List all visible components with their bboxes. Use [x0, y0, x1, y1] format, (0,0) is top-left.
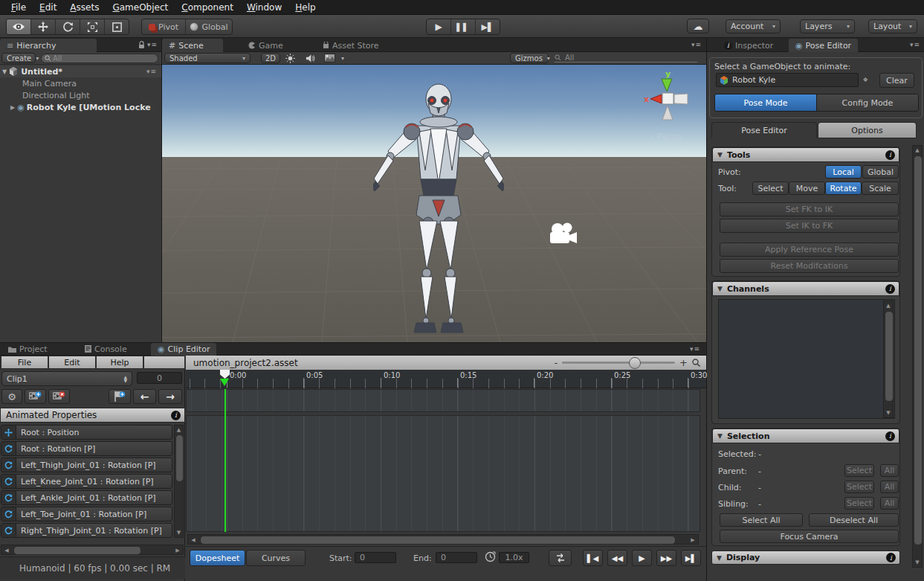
- set-fk-to-ik-button[interactable]: Set FK to IK: [720, 202, 899, 216]
- tab-inspector[interactable]: i Inspector: [717, 39, 780, 52]
- set-ik-to-fk-button[interactable]: Set IK to FK: [720, 219, 899, 233]
- property-row[interactable]: Right_Thigh_Joint_01 : Rotation [P]: [1, 523, 172, 538]
- view-tool-button[interactable]: [7, 19, 31, 34]
- scroll-down-icon[interactable]: ▼: [884, 410, 893, 416]
- property-row[interactable]: Root : Rotation [P]: [1, 441, 172, 456]
- add-clip-button[interactable]: [25, 389, 46, 404]
- shaded-dropdown[interactable]: Shaded▾: [164, 53, 251, 63]
- hierarchy-item-robot-kyle[interactable]: ▶ ◉ Robot Kyle [UMotion Locke: [10, 102, 151, 113]
- settings-button[interactable]: ⚙: [1, 389, 22, 404]
- subtab-pose-editor[interactable]: Pose Editor: [711, 122, 817, 138]
- scene-search[interactable]: [555, 54, 697, 62]
- apply-reference-pose-button[interactable]: Apply Reference Pose: [720, 243, 899, 257]
- foldout-open-icon[interactable]: ▼: [2, 68, 7, 75]
- channels-list[interactable]: ▲ ▼: [718, 299, 895, 419]
- pause-button[interactable]: ▌▌: [451, 19, 476, 34]
- start-field[interactable]: [355, 552, 396, 563]
- tool-move-button[interactable]: Move: [789, 182, 825, 195]
- scrollbar-thumb[interactable]: [200, 536, 676, 545]
- hierarchy-item-main-camera[interactable]: Main Camera: [22, 78, 77, 89]
- playhead-flag[interactable]: [220, 370, 230, 379]
- clear-button[interactable]: Clear: [879, 73, 914, 88]
- select-all-button[interactable]: Select All: [720, 513, 803, 527]
- object-field[interactable]: Robot Kyle: [716, 73, 859, 87]
- selection-header[interactable]: ▼ Selection i: [712, 428, 899, 443]
- scene-search-input[interactable]: [563, 53, 685, 62]
- scrollbar-thumb[interactable]: [13, 546, 141, 555]
- cloud-button[interactable]: ☁: [687, 19, 709, 33]
- step-button[interactable]: ▶▌: [476, 19, 500, 34]
- scene-root-row[interactable]: ▼ Untitled* ▾≡: [0, 65, 161, 77]
- property-row[interactable]: Root : Position: [1, 425, 172, 440]
- collapse-triangle-icon[interactable]: ▼: [717, 432, 723, 440]
- timeline-zoom-slider[interactable]: [562, 362, 675, 364]
- tab-clip-editor[interactable]: ◉ Clip Editor: [151, 343, 216, 356]
- global-toggle-button[interactable]: Global: [186, 19, 232, 34]
- robot-character[interactable]: [373, 83, 504, 341]
- child-select-button[interactable]: Select: [844, 481, 874, 493]
- info-icon[interactable]: i: [886, 553, 896, 562]
- menu-window[interactable]: Window: [240, 1, 288, 14]
- add-key-button[interactable]: [109, 389, 131, 404]
- scrollbar-thumb[interactable]: [914, 155, 923, 545]
- move-tool-button[interactable]: [31, 19, 56, 34]
- property-row[interactable]: Left_Toe_Joint_01 : Rotation [P]: [1, 507, 172, 521]
- speed-field[interactable]: [499, 552, 529, 563]
- 2d-toggle-button[interactable]: 2D: [261, 53, 280, 63]
- object-picker-icon[interactable]: ⌖: [863, 74, 868, 85]
- gizmos-dropdown[interactable]: Gizmos▾: [510, 53, 549, 63]
- delete-clip-button[interactable]: [48, 389, 70, 404]
- create-button[interactable]: Create▾: [1, 53, 36, 63]
- effects-dropdown[interactable]: ▾: [324, 54, 344, 62]
- fast-forward-button[interactable]: ▶▶: [656, 550, 676, 566]
- go-to-start-button[interactable]: ▌◀: [583, 550, 603, 566]
- properties-scrollbar[interactable]: ▲ ▼: [174, 425, 184, 538]
- tab-project[interactable]: Project: [1, 343, 54, 355]
- foldout-closed-icon[interactable]: ▶: [10, 104, 15, 111]
- panel-menu-icon[interactable]: ▾≡: [691, 41, 702, 48]
- clip-menu-edit[interactable]: Edit: [49, 356, 95, 368]
- timeline-play-button[interactable]: ▶: [632, 550, 652, 566]
- scrollbar-thumb[interactable]: [885, 311, 894, 402]
- info-icon[interactable]: i: [885, 431, 895, 441]
- reset-modifications-button[interactable]: Reset Modifcations: [720, 259, 899, 273]
- timeline-hscrollbar[interactable]: ◀ ▶: [187, 534, 699, 545]
- rewind-button[interactable]: ◀◀: [607, 550, 627, 566]
- menu-gameobject[interactable]: GameObject: [106, 1, 175, 14]
- scene-viewport[interactable]: y x ‹ Persp: [162, 65, 706, 342]
- info-icon[interactable]: i: [171, 411, 181, 420]
- collapse-triangle-icon[interactable]: ▼: [717, 285, 723, 292]
- next-key-button[interactable]: →: [158, 389, 182, 404]
- scene-row-menu-icon[interactable]: ▾≡: [146, 68, 157, 75]
- properties-hscrollbar[interactable]: ◀ ▶: [1, 545, 184, 555]
- property-row[interactable]: Left_Ankle_Joint_01 : Rotation [P]: [1, 490, 172, 505]
- collapse-triangle-icon[interactable]: ▼: [717, 554, 722, 562]
- scroll-down-icon[interactable]: ▼: [913, 559, 922, 565]
- account-dropdown[interactable]: Account▾: [726, 19, 781, 33]
- tool-rotate-button[interactable]: Rotate: [825, 182, 862, 195]
- scroll-left-icon[interactable]: ◀: [3, 548, 10, 553]
- tools-header[interactable]: ▼ Tools i: [712, 147, 899, 162]
- lock-icon[interactable]: [138, 41, 145, 49]
- channels-scrollbar[interactable]: ▲ ▼: [883, 301, 894, 418]
- channels-header[interactable]: ▼ Channels i: [712, 281, 899, 296]
- playhead-marker[interactable]: [220, 379, 229, 386]
- panel-menu-icon[interactable]: ▾≡: [910, 41, 920, 48]
- pose-mode-button[interactable]: Pose Mode: [715, 94, 816, 111]
- scroll-right-icon[interactable]: ▶: [174, 548, 181, 553]
- pivot-local-button[interactable]: Local: [825, 165, 862, 179]
- panel-menu-icon[interactable]: ▾≡: [690, 345, 700, 353]
- panel-menu-icon[interactable]: ▾≡: [147, 41, 158, 48]
- scroll-left-icon[interactable]: ◀: [190, 537, 197, 543]
- menu-assets[interactable]: Assets: [63, 1, 106, 14]
- display-header[interactable]: ▼ Display i: [711, 550, 900, 565]
- timeline-ruler[interactable]: 0:00 0:05 0:10 0:15 0:20 0:25 0:30: [186, 370, 706, 388]
- focus-camera-button[interactable]: Focus Camera: [720, 530, 899, 543]
- tab-scene[interactable]: # Scene: [162, 39, 223, 52]
- config-mode-button[interactable]: Config Mode: [816, 94, 918, 111]
- layout-dropdown[interactable]: Layout▾: [868, 19, 917, 33]
- end-field[interactable]: [436, 552, 477, 563]
- hierarchy-search-input[interactable]: [51, 54, 143, 63]
- tab-hierarchy[interactable]: ≡ Hierarchy: [0, 39, 97, 52]
- sibling-all-button[interactable]: All: [880, 497, 899, 510]
